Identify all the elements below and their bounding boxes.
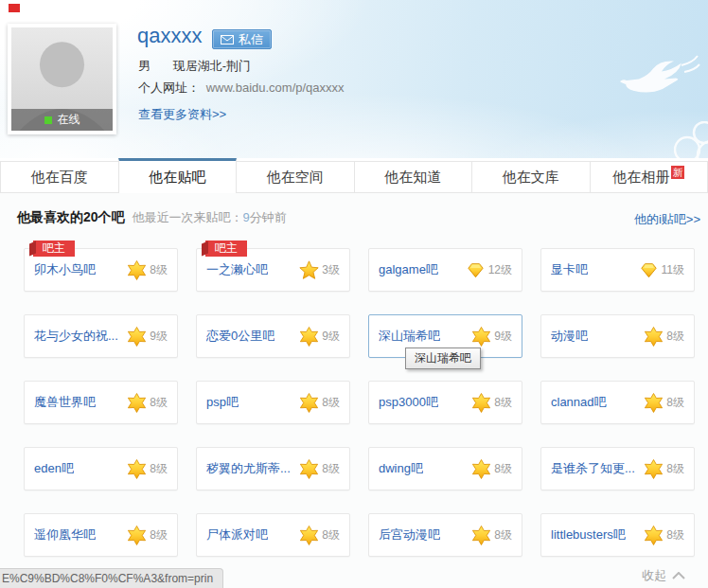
forum-card[interactable]: 遥仰凰华吧8级: [24, 513, 178, 557]
online-status-label: 在线: [58, 112, 80, 128]
forum-card[interactable]: dwing吧8级: [368, 447, 522, 490]
forum-card[interactable]: 恋爱0公里吧9级: [196, 314, 350, 358]
six-point-star-icon: [644, 327, 664, 347]
level-indicator: 12级: [466, 260, 512, 280]
tab-baidu[interactable]: 他在百度: [0, 161, 119, 193]
level-indicator: 8级: [127, 526, 168, 545]
level-text: 8级: [150, 395, 168, 411]
level-text: 8级: [494, 461, 512, 477]
six-point-star-icon: [644, 393, 664, 413]
forum-card[interactable]: 深山瑞希吧9级深山瑞希吧: [368, 314, 522, 358]
level-text: 12级: [488, 262, 512, 278]
level-text: 9级: [322, 329, 340, 345]
forum-name-link[interactable]: 遥仰凰华吧: [34, 526, 96, 543]
forum-name-link[interactable]: 后宫动漫吧: [379, 526, 440, 543]
tieba-profile-page: 在线 qaxxxx 私信 男 现居湖北-荆门 个人网址： www.baidu.c…: [0, 0, 708, 588]
forum-card[interactable]: 秽翼的尤斯蒂...8级: [196, 447, 350, 490]
forum-name-link[interactable]: 尸体派对吧: [206, 526, 268, 543]
level-text: 11级: [662, 262, 684, 278]
tab-bar: 他在百度他在贴吧他在空间他在知道他在文库他在相册新: [0, 158, 708, 193]
forum-card[interactable]: 后宫动漫吧8级: [368, 513, 522, 557]
tab-label: 他在百度: [31, 169, 88, 187]
forum-name-link[interactable]: 深山瑞希吧: [379, 328, 440, 345]
forum-name-link[interactable]: 是谁杀了知更...: [551, 460, 635, 477]
tab-kongjian[interactable]: 他在空间: [236, 161, 355, 193]
forum-name-link[interactable]: eden吧: [34, 460, 74, 477]
forum-card[interactable]: psp3000吧8级: [368, 381, 522, 424]
view-more-profile-link[interactable]: 查看更多资料>>: [138, 106, 226, 123]
forum-card[interactable]: eden吧8级: [24, 447, 178, 490]
forum-card[interactable]: 吧主一之濑心吧3级: [196, 248, 350, 292]
last-visit-time-suffix: 分钟前: [250, 210, 287, 224]
website-url: www.baidu.com/p/qaxxxx: [206, 80, 345, 95]
level-text: 8级: [666, 395, 684, 411]
gender-location-line: 男 现居湖北-荆门: [138, 58, 251, 75]
tab-label: 他在文库: [503, 169, 559, 187]
level-indicator: 8级: [644, 526, 684, 545]
tab-tieba[interactable]: 他在贴吧: [118, 158, 238, 193]
online-dot-icon: [44, 116, 52, 124]
forum-name-link[interactable]: psp吧: [206, 394, 239, 411]
diamond-icon: [466, 260, 486, 280]
level-text: 9级: [150, 329, 168, 345]
forum-card[interactable]: clannad吧8级: [540, 381, 695, 424]
tab-label: 他在知道: [384, 169, 441, 187]
six-point-star-icon: [471, 459, 491, 479]
collapse-button[interactable]: 收起: [642, 567, 685, 584]
chevron-up-icon: [672, 572, 685, 579]
forum-name-link[interactable]: dwing吧: [379, 460, 423, 477]
forum-name-link[interactable]: psp3000吧: [379, 394, 438, 411]
forum-name-link[interactable]: 魔兽世界吧: [34, 394, 96, 411]
private-message-button[interactable]: 私信: [212, 29, 272, 49]
gender-value: 男: [138, 59, 150, 73]
level-text: 3级: [322, 262, 340, 278]
forum-card[interactable]: 是谁杀了知更...8级: [540, 447, 695, 490]
hover-tooltip: 深山瑞希吧: [405, 347, 481, 369]
forum-name-link[interactable]: 秽翼的尤斯蒂...: [206, 460, 291, 477]
forum-name-link[interactable]: 卯木小鸟吧: [34, 261, 96, 278]
six-point-star-icon: [299, 327, 319, 347]
tieba-tab-content: 他最喜欢的20个吧他最近一次来贴吧：9分钟前 他的i贴吧>> 吧主卯木小鸟吧8级…: [0, 193, 708, 588]
forum-card[interactable]: 魔兽世界吧8级: [24, 381, 178, 424]
forum-card[interactable]: 尸体派对吧8级: [196, 513, 350, 557]
six-point-star-icon: [644, 459, 664, 479]
level-indicator: 8级: [644, 327, 684, 347]
forum-name-link[interactable]: littlebusters吧: [551, 526, 626, 543]
online-status-bar: 在线: [11, 109, 113, 131]
tab-label: 他在空间: [267, 169, 324, 187]
forum-name-link[interactable]: 显卡吧: [551, 261, 588, 278]
forum-card[interactable]: littlebusters吧8级: [540, 513, 695, 557]
six-point-star-icon: [127, 526, 147, 545]
level-indicator: 8级: [299, 459, 340, 479]
level-indicator: 8级: [127, 260, 168, 280]
level-text: 8级: [666, 461, 684, 477]
forum-card[interactable]: psp吧8级: [196, 381, 350, 424]
six-point-star-icon: [471, 327, 491, 347]
tab-zhidao[interactable]: 他在知道: [354, 161, 473, 193]
forum-card[interactable]: 花与少女的祝...9级: [24, 314, 178, 358]
tab-xiangce[interactable]: 他在相册新: [590, 161, 708, 193]
dove-icon: [613, 43, 700, 99]
forum-name-link[interactable]: galgame吧: [379, 261, 438, 278]
section-header: 他最喜欢的20个吧他最近一次来贴吧：9分钟前: [17, 209, 287, 226]
website-line: 个人网址： www.baidu.com/p/qaxxxx: [138, 80, 345, 97]
avatar[interactable]: 在线: [8, 24, 116, 134]
six-point-star-icon: [299, 526, 319, 545]
forum-card[interactable]: 吧主卯木小鸟吧8级: [24, 248, 178, 292]
tab-wenku[interactable]: 他在文库: [471, 161, 591, 193]
red-marker: [9, 4, 20, 12]
his-itieba-link[interactable]: 他的i贴吧>>: [634, 211, 700, 228]
forum-card[interactable]: 显卡吧11级: [540, 248, 695, 292]
forum-name-link[interactable]: 一之濑心吧: [206, 261, 268, 278]
last-visit-time-number: 9: [243, 210, 250, 224]
forum-name-link[interactable]: 动漫吧: [551, 328, 588, 345]
forum-name-link[interactable]: 花与少女的祝...: [34, 328, 118, 345]
level-indicator: 9级: [127, 327, 168, 347]
forum-name-link[interactable]: clannad吧: [551, 394, 607, 411]
forum-card[interactable]: 动漫吧8级: [540, 314, 695, 358]
level-indicator: 3级: [299, 260, 340, 280]
forum-name-link[interactable]: 恋爱0公里吧: [206, 328, 274, 345]
six-point-star-icon: [644, 526, 664, 545]
forum-card[interactable]: galgame吧12级: [368, 248, 522, 292]
collapse-label: 收起: [642, 567, 666, 584]
